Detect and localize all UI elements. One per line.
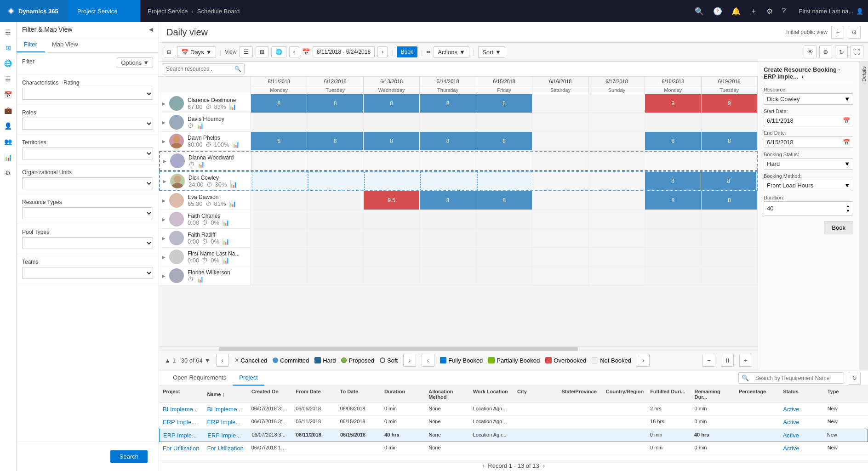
search-icon-2[interactable]: 🔍 [234,66,241,72]
rp-expand-icon[interactable]: › [802,73,804,80]
teams-select[interactable] [22,267,153,279]
resource-collapse-icon[interactable]: ▼ [205,357,211,364]
map-view-button[interactable]: 🌐 [271,46,286,57]
cell-c-7[interactable]: 9 [645,94,701,113]
col-percentage[interactable]: Percentage [735,389,779,400]
dashboard-icon[interactable]: ⊞ [1,40,16,55]
next-date-button[interactable]: › [377,46,388,57]
legend-prev2-button[interactable]: ‹ [422,354,434,367]
visibility-button[interactable]: 👁 [804,45,817,58]
resource-expand-icon[interactable]: ▲ [165,357,171,364]
cell-name-2[interactable]: ERP Implementation [203,418,247,426]
col-state[interactable]: State/Province [558,389,602,400]
cell-fl-7[interactable] [645,267,701,285]
horizontal-scrollbar[interactable] [159,346,758,351]
add-icon[interactable]: ＋ [747,4,760,19]
cell-name-1[interactable]: BI implementation [203,405,247,414]
cell-dp-1[interactable]: 8 [307,132,363,150]
cell-fr-7[interactable] [645,229,701,247]
expand-dianna-icon[interactable]: ▶ [163,159,166,164]
cell-e-2[interactable]: 9.5 [364,191,420,210]
expand-davis-icon[interactable]: ▶ [162,120,166,125]
search-button[interactable]: Search [110,450,148,463]
cell-dc-1[interactable] [308,172,364,190]
next-record-button[interactable]: › [543,462,545,469]
col-allocation[interactable]: Allocation Method [425,389,469,400]
col-country[interactable]: Country/Region [602,389,646,400]
cell-dp-2[interactable]: 8 [364,132,420,150]
settings-icon[interactable]: ⚙ [764,4,776,18]
cell-status-1[interactable]: Active [779,405,823,414]
cell-dw-8[interactable] [701,152,757,170]
contacts-icon[interactable]: 👥 [1,134,16,149]
requirement-search-input[interactable] [752,373,844,383]
cell-e-4[interactable]: 8 [476,191,532,210]
cell-dw-1[interactable] [308,152,364,170]
cell-dw-0[interactable] [252,152,308,170]
dynamics-365-logo[interactable]: Dynamics 365 [0,0,68,22]
project-service-nav[interactable]: Project Service [68,0,140,22]
expand-faith-r-icon[interactable]: ▶ [162,236,166,241]
tab-map-view[interactable]: Map View [45,37,86,52]
calendar-icon[interactable]: 📅 [1,87,16,102]
cell-fr-2[interactable] [364,229,420,247]
cell-fr-3[interactable] [420,229,476,247]
cell-fn-8[interactable] [702,248,758,266]
cell-fn-0[interactable] [251,248,307,266]
cell-status-2[interactable]: Active [779,418,823,426]
rp-resource-dropdown[interactable]: Dick Cowley ▼ [764,93,853,105]
breadcrumb-1[interactable]: Project Service [148,8,188,15]
expand-eva-icon[interactable]: ▶ [162,198,166,203]
cell-dp-0[interactable]: 8 [251,132,307,150]
col-created-on[interactable]: Created On [248,389,292,400]
rp-booking-method-dropdown[interactable]: Front Load Hours ▼ [764,180,853,191]
cell-e-8[interactable]: 8 [702,191,758,210]
cell-fn-4[interactable] [476,248,532,266]
cell-dp-4[interactable]: 8 [476,132,532,150]
cell-status-3[interactable]: Active [779,431,823,440]
person-icon[interactable]: 👤 [1,119,16,133]
col-type[interactable]: Type [824,389,868,400]
options-button[interactable]: Options ▼ [117,57,153,68]
refresh-button[interactable]: ↻ [835,45,848,58]
cell-d-8[interactable] [702,113,758,131]
cell-c-0[interactable]: 8 [251,94,307,113]
cell-fc-3[interactable] [420,210,476,228]
cell-c-3[interactable]: 8 [420,94,476,113]
cell-dp-7[interactable]: 8 [645,132,701,150]
tab-open-requirements[interactable]: Open Requirements [166,370,233,386]
expand-florine-icon[interactable]: ▶ [162,273,166,278]
resource-types-select[interactable] [22,207,153,219]
grid-view-button[interactable]: ⊞ [256,46,268,57]
legend-next2-button[interactable]: › [637,354,650,367]
expand-collapse-button[interactable]: ⊞ [164,47,174,57]
col-remaining[interactable]: Remaining Dur... [691,389,735,400]
cell-e-0[interactable] [251,191,307,210]
cell-fr-1[interactable] [307,229,363,247]
cell-fl-0[interactable] [251,267,307,285]
cell-fr-0[interactable] [251,229,307,247]
cell-name-4[interactable]: For Utilization [203,444,247,453]
recent-icon[interactable]: 🕐 [710,4,725,18]
book-button[interactable]: Book [397,46,417,57]
briefcase-icon[interactable]: 💼 [1,103,16,118]
col-name[interactable]: Name ↑ [203,389,247,400]
menu-icon[interactable]: ☰ [1,25,16,40]
duration-up-icon[interactable]: ▲ [846,204,850,208]
cell-dc-4[interactable] [477,172,533,190]
cell-dw-4[interactable] [476,152,532,170]
tab-filter[interactable]: Filter [17,37,45,52]
col-from-date[interactable]: From Date [292,389,336,400]
col-status[interactable]: Status [779,389,823,400]
rp-duration-input[interactable]: 40 ▲ ▼ [764,201,853,216]
sort-button[interactable]: Sort ▼ [478,46,505,58]
cell-project-1[interactable]: BI Implementati... [159,405,203,414]
cell-fc-0[interactable] [251,210,307,228]
cell-fc-8[interactable] [702,210,758,228]
cell-c-2[interactable]: 8 [364,94,420,113]
fullscreen-button[interactable]: ⛶ [851,45,863,58]
cell-name-3[interactable]: ERP Implementation - D... [204,431,248,440]
calendar-icon-2[interactable]: 📅 [302,48,310,56]
cell-fl-2[interactable] [364,267,420,285]
days-button[interactable]: 📅 Days ▼ [177,46,216,58]
